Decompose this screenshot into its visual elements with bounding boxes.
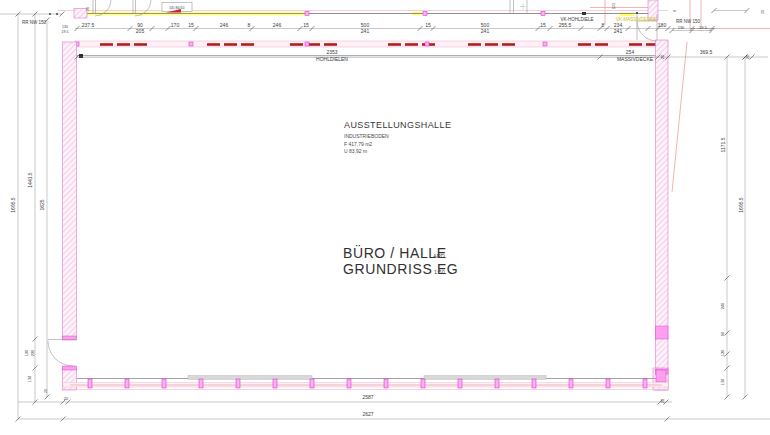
dimension-ticks xyxy=(16,8,755,422)
dim-label: 15 xyxy=(425,22,431,28)
right-wall-window xyxy=(656,326,669,339)
door-lintel xyxy=(188,376,312,380)
dim-label: 254 xyxy=(626,49,635,55)
dim-label: 246 xyxy=(273,22,282,28)
dim-label: 90 xyxy=(720,331,725,336)
dim-label: 20 xyxy=(44,389,48,393)
dim-label: 130 xyxy=(62,25,68,29)
dim-label: 8 xyxy=(602,22,605,28)
dim-label: 255.5 xyxy=(559,22,572,28)
room-floor-label: INDUSTRIEBODEN xyxy=(344,133,389,139)
slab-notes: VK-HOHLDIELE VK-MASSIVDECKE xyxy=(560,17,656,22)
dim-label: 20 xyxy=(745,54,750,59)
roof-drain-label-left: RR NW 150 xyxy=(22,20,47,25)
wall-openings xyxy=(63,326,669,382)
top-right-door-swing xyxy=(637,21,657,41)
room-annotation: AUSSTELLUNGSHALLE INDUSTRIEBODEN F 417,7… xyxy=(344,120,451,154)
floor-plan-canvas: DD 80/10 xyxy=(0,0,770,435)
dim-label: 20 xyxy=(761,10,765,14)
doors xyxy=(48,0,657,366)
dim-label: 120 xyxy=(720,349,725,356)
project-title: BÜRO / HALLE xyxy=(343,244,447,261)
dim-label: 241 xyxy=(361,28,370,34)
project-code: ARD xyxy=(433,253,445,259)
dim-label: 8 xyxy=(673,10,677,12)
drawing-scale: 1:50 xyxy=(434,269,445,275)
left-wall xyxy=(63,42,77,338)
detail-callout: DD 80/10 xyxy=(162,3,192,13)
dim-label: 170 xyxy=(171,22,180,28)
bottom-dimension-labels: 20 2587 20 2627 xyxy=(64,394,665,417)
zone-label: MASSIVDECKE xyxy=(617,56,654,62)
dim-label: 134 xyxy=(720,378,725,385)
bottom-facade xyxy=(63,376,668,390)
floor-plan-drawing: DD 80/10 xyxy=(0,0,770,435)
dim-label: 1171.5 xyxy=(720,137,726,152)
slab-edge-band xyxy=(75,41,668,58)
dim-label: 241 xyxy=(481,28,490,34)
left-dimension-labels: 1695.5 1441.5 1625 120 220 134 20 20 RR … xyxy=(10,7,90,393)
detail-box-label: DD 80/10 xyxy=(170,6,185,10)
dim-label: 15 xyxy=(540,22,546,28)
top-facade xyxy=(76,11,656,16)
dim-label: 1441.5 xyxy=(27,172,33,188)
dim-label: 180 xyxy=(658,22,667,28)
dim-label: 15 xyxy=(188,22,194,28)
dim-label: 1695.5 xyxy=(10,197,16,213)
dim-label: 130 xyxy=(678,25,685,30)
room-name-label: AUSSTELLUNGSHALLE xyxy=(344,120,451,130)
vk-hohldiele-label: VK-HOHLDIELE xyxy=(560,17,593,22)
roof-drain-label-right: RR NW 150 xyxy=(676,19,701,24)
vk-massivdecke-label: VK-MASSIVDECKE xyxy=(616,17,656,22)
dim-label: 205 xyxy=(136,28,145,34)
dim-label: 237.5 xyxy=(82,22,95,28)
dim-label: 20 xyxy=(86,7,90,11)
drawing-title-block: BÜRO / HALLE ARD GRUNDRISS EG 1:50 xyxy=(343,244,458,277)
walls xyxy=(63,0,669,390)
dim-label: 19.5 xyxy=(699,25,708,30)
dim-label: 1625 xyxy=(39,199,45,210)
dim-label: 2353 xyxy=(326,49,337,55)
dim-label: 120 xyxy=(24,349,29,356)
dim-label: 134 xyxy=(27,375,32,382)
dim-label: 246 xyxy=(220,22,229,28)
top-dimension-labels: 237.5 90 205 170 15 246 8 246 15 500 241… xyxy=(82,22,708,34)
dim-label: 20 xyxy=(660,54,665,59)
dim-label: 19.5 xyxy=(62,30,69,34)
dim-label: 20 xyxy=(64,396,69,401)
dim-label: 123 xyxy=(612,3,616,9)
dim-label: 241 xyxy=(614,28,623,34)
dim-label: 2627 xyxy=(362,411,373,417)
dim-label: 1695.5 xyxy=(738,197,744,213)
left-door-swing xyxy=(48,341,73,366)
dimension-lines xyxy=(0,11,770,420)
dim-label: 220 xyxy=(30,349,35,356)
room-area-label: F 417,79 m2 xyxy=(344,141,372,147)
dim-label: 20 xyxy=(660,398,665,403)
dim-label: 8 xyxy=(248,22,251,28)
room-perimeter-label: U 83,92 m xyxy=(344,148,367,154)
dim-label: 240 xyxy=(720,302,725,309)
facade-mark xyxy=(582,12,586,15)
facade-dot xyxy=(636,12,638,14)
dim-label: 15 xyxy=(303,22,309,28)
zone-label: HOHLDIELEN xyxy=(316,56,348,62)
dim-label: 369.5 xyxy=(700,49,713,55)
door-lintel xyxy=(424,376,546,380)
dim-label: 2587 xyxy=(362,394,373,400)
